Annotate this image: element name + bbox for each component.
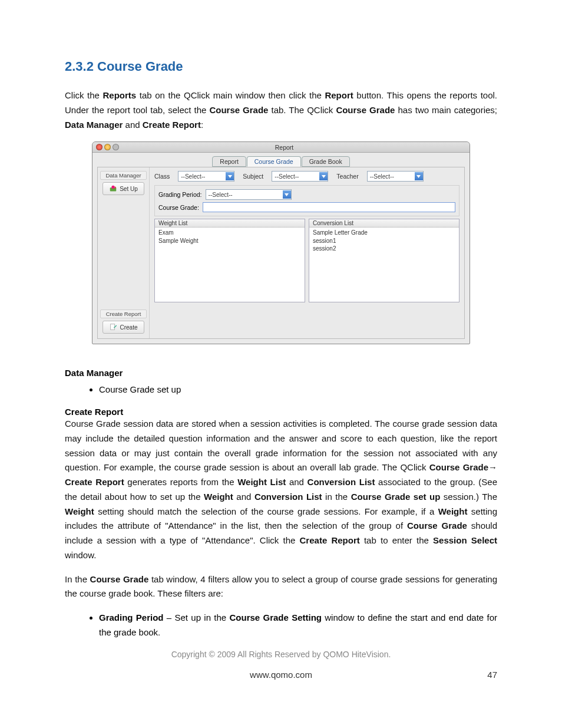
course-grade-input[interactable] bbox=[203, 202, 455, 212]
main-panel: Class --Select-- Subject --Select-- Teac… bbox=[150, 167, 464, 338]
setup-icon bbox=[109, 185, 117, 193]
class-select[interactable]: --Select-- bbox=[178, 171, 234, 182]
setup-label: Set Up bbox=[120, 186, 138, 192]
weight-list-header: Weight List bbox=[155, 219, 305, 228]
svg-rect-3 bbox=[111, 324, 115, 330]
chevron-down-icon bbox=[226, 172, 234, 180]
filters-paragraph: In the Course Grade tab window, 4 filter… bbox=[65, 572, 497, 602]
tab-course-grade[interactable]: Course Grade bbox=[247, 156, 301, 167]
grading-subpanel: Grading Period: --Select-- Course Grade: bbox=[154, 185, 459, 216]
svg-marker-8 bbox=[285, 193, 289, 196]
list-item[interactable]: Sample Weight bbox=[158, 237, 301, 245]
data-manager-heading: Data Manager bbox=[65, 368, 497, 378]
sidebar: Data Manager Set Up Create Report bbox=[98, 167, 150, 338]
tab-grade-book[interactable]: Grade Book bbox=[302, 156, 350, 167]
close-icon[interactable] bbox=[96, 144, 103, 150]
intro-paragraph: Click the Reports tab on the QClick main… bbox=[65, 88, 497, 132]
class-label: Class bbox=[154, 173, 170, 180]
svg-marker-6 bbox=[322, 175, 326, 178]
conversion-list-header: Conversion List bbox=[309, 219, 459, 228]
setup-button[interactable]: Set Up bbox=[103, 182, 144, 195]
svg-marker-7 bbox=[416, 175, 421, 178]
list-item: Course Grade set up bbox=[99, 383, 497, 397]
create-button[interactable]: Create bbox=[103, 321, 144, 334]
report-window: Report Report Course Grade Grade Book Da… bbox=[92, 141, 470, 344]
grading-period-label: Grading Period: bbox=[158, 191, 202, 198]
section-heading: 2.3.2 Course Grade bbox=[65, 59, 497, 74]
subject-label: Subject bbox=[243, 173, 263, 180]
create-report-heading: Create Report bbox=[65, 407, 497, 417]
list-item[interactable]: Sample Letter Grade bbox=[313, 229, 455, 237]
weight-list[interactable]: Weight List Exam Sample Weight bbox=[154, 219, 305, 302]
conversion-list[interactable]: Conversion List Sample Letter Grade sess… bbox=[309, 219, 459, 302]
tab-report[interactable]: Report bbox=[212, 156, 246, 167]
chevron-down-icon bbox=[283, 190, 291, 199]
create-icon bbox=[109, 323, 117, 331]
list-item[interactable]: session2 bbox=[313, 245, 455, 253]
window-title: Report bbox=[103, 144, 466, 151]
list-item[interactable]: session1 bbox=[313, 237, 455, 245]
list-item: Grading Period – Set up in the Course Gr… bbox=[99, 611, 497, 640]
course-grade-label: Course Grade: bbox=[158, 204, 199, 211]
svg-point-1 bbox=[112, 186, 115, 189]
teacher-select[interactable]: --Select-- bbox=[367, 171, 424, 182]
titlebar: Report bbox=[92, 142, 470, 153]
subject-select[interactable]: --Select-- bbox=[272, 171, 328, 182]
grading-period-select[interactable]: --Select-- bbox=[206, 189, 292, 200]
sidebar-header-data-manager[interactable]: Data Manager bbox=[100, 171, 147, 180]
copyright: Copyright © 2009 All Rights Reserved by … bbox=[65, 650, 497, 659]
page-number: 47 bbox=[487, 670, 497, 680]
chevron-down-icon bbox=[415, 172, 423, 180]
sidebar-header-create-report[interactable]: Create Report bbox=[100, 309, 147, 318]
tab-row: Report Course Grade Grade Book bbox=[92, 153, 470, 167]
footer-link[interactable]: www.qomo.com bbox=[250, 670, 312, 680]
create-label: Create bbox=[120, 324, 137, 331]
svg-marker-5 bbox=[228, 175, 232, 178]
teacher-label: Teacher bbox=[336, 173, 358, 180]
list-item[interactable]: Exam bbox=[158, 229, 301, 237]
chevron-down-icon bbox=[319, 172, 328, 180]
create-report-paragraph: Course Grade session data are stored whe… bbox=[65, 417, 497, 563]
